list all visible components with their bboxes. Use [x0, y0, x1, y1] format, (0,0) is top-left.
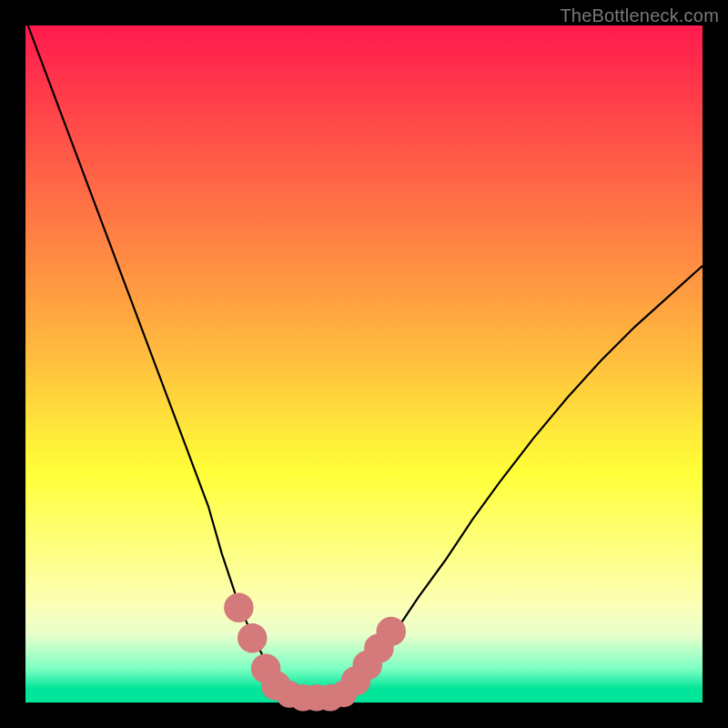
curve-markers [224, 593, 406, 712]
bottleneck-curve [25, 19, 703, 701]
curve-marker [238, 623, 268, 653]
chart-plot-area [25, 25, 703, 703]
chart-svg [25, 25, 703, 703]
watermark-text: TheBottleneck.com [560, 5, 719, 26]
curve-marker [377, 617, 407, 647]
curve-marker [224, 593, 253, 623]
chart-frame: TheBottleneck.com [0, 0, 728, 728]
